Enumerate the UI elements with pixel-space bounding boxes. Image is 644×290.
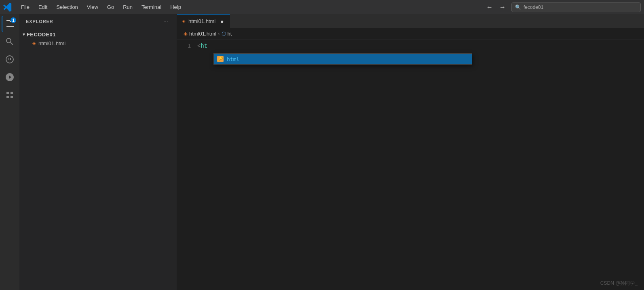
sidebar-header: EXPLORER ··· xyxy=(19,14,177,28)
search-icon: 🔍 xyxy=(515,4,521,10)
breadcrumb: ◈ html01.html › ⬡ ht xyxy=(177,28,644,40)
activity-bar: 1 xyxy=(0,14,19,290)
tab-html01[interactable]: ◈ html01.html ● xyxy=(177,14,230,28)
vscode-logo xyxy=(3,3,12,12)
menu-file[interactable]: File xyxy=(17,2,34,12)
menu-help[interactable]: Help xyxy=(166,2,185,12)
breadcrumb-element[interactable]: ht xyxy=(228,31,232,37)
search-icon xyxy=(5,37,15,46)
html-file-icon: ◈ xyxy=(32,40,36,46)
autocomplete-dropdown: 🔑 html xyxy=(213,53,472,65)
nav-controls: ← → xyxy=(484,2,508,13)
menu-terminal[interactable]: Terminal xyxy=(137,2,165,12)
menu-run[interactable]: Run xyxy=(119,2,137,12)
explorer-title: EXPLORER xyxy=(26,19,53,24)
file-html01[interactable]: ◈ html01.html xyxy=(19,39,177,48)
activity-source-control[interactable] xyxy=(2,51,18,67)
folder-name: FECODE01 xyxy=(27,32,56,38)
breadcrumb-element-icon: ⬡ xyxy=(222,31,226,37)
line-content-1: <ht xyxy=(197,43,207,49)
menu-bar: File Edit Selection View Go Run Terminal… xyxy=(17,2,185,12)
folder-chevron: ▾ xyxy=(23,32,25,37)
menu-go[interactable]: Go xyxy=(103,2,118,12)
activity-run-debug[interactable] xyxy=(2,69,18,85)
menu-view[interactable]: View xyxy=(83,2,102,12)
watermark: CSDN @孙同学_ xyxy=(600,280,638,287)
autocomplete-highlight: html xyxy=(227,56,239,62)
tab-filename: html01.html xyxy=(188,18,215,24)
breadcrumb-filename[interactable]: html01.html xyxy=(189,31,216,37)
extensions-icon xyxy=(5,90,15,100)
sidebar-actions: ··· xyxy=(161,17,170,26)
menu-edit[interactable]: Edit xyxy=(34,2,51,12)
line-number-1: 1 xyxy=(177,43,197,49)
search-text: fecode01 xyxy=(524,4,543,10)
activity-explorer[interactable]: 1 xyxy=(2,16,18,32)
more-options-button[interactable]: ··· xyxy=(161,17,170,26)
explorer-badge: 1 xyxy=(11,17,16,23)
tag-text: ht xyxy=(201,43,207,49)
tab-close-button[interactable]: ● xyxy=(219,18,225,25)
sidebar: EXPLORER ··· ▾ FECODE01 ◈ html01.html xyxy=(19,14,177,290)
file-tree: ▾ FECODE01 ◈ html01.html xyxy=(19,28,177,49)
activity-extensions[interactable] xyxy=(2,87,18,103)
folder-fecode01[interactable]: ▾ FECODE01 xyxy=(19,30,177,39)
activity-search[interactable] xyxy=(2,34,18,50)
nav-back-button[interactable]: ← xyxy=(484,2,495,13)
editor-area: ◈ html01.html ● ◈ html01.html › ⬡ ht 1 <… xyxy=(177,14,644,290)
filename-label: html01.html xyxy=(38,40,65,46)
autocomplete-suggestion: html xyxy=(227,56,239,62)
code-line-1: 1 <ht xyxy=(177,43,644,51)
autocomplete-snippet-icon: 🔑 xyxy=(217,56,224,62)
breadcrumb-sep1: › xyxy=(218,31,220,37)
main-layout: 1 EXPLORER ··· xyxy=(0,14,644,290)
breadcrumb-file-icon: ◈ xyxy=(184,31,188,37)
tab-bar: ◈ html01.html ● xyxy=(177,14,644,28)
menu-selection[interactable]: Selection xyxy=(52,2,82,12)
nav-forward-button[interactable]: → xyxy=(497,2,508,13)
editor-content[interactable]: 1 <ht 🔑 html xyxy=(177,40,644,290)
autocomplete-item-html[interactable]: 🔑 html xyxy=(214,54,472,64)
titlebar: File Edit Selection View Go Run Terminal… xyxy=(0,0,644,14)
git-icon xyxy=(5,55,15,64)
tab-file-icon: ◈ xyxy=(182,19,185,24)
run-icon xyxy=(5,72,15,82)
search-bar[interactable]: 🔍 fecode01 xyxy=(511,2,641,12)
